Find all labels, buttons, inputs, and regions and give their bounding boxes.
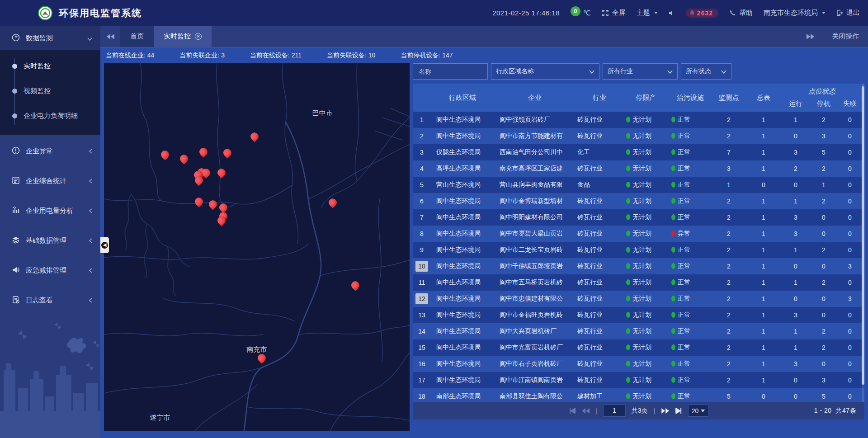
sidebar-item-video-monitoring[interactable]: 视频监控 xyxy=(0,79,100,104)
cell-company: 南充市高坪区王家店建 xyxy=(494,165,576,173)
fullscreen-button[interactable]: 全屏 xyxy=(602,9,626,17)
cell-industry: 砖瓦行业 xyxy=(576,230,623,238)
logout-button[interactable]: 退出 xyxy=(836,9,860,17)
close-icon[interactable]: ✕ xyxy=(195,33,202,40)
stat-item-0: 当前在线企业: 44 xyxy=(106,52,154,60)
last-page-button[interactable] xyxy=(675,408,682,414)
table-row[interactable]: 17阆中生态环境局阆中市江南镇阆南页岩砖瓦行业无计划正常21030 xyxy=(413,372,864,388)
prev-page-button[interactable] xyxy=(582,408,590,414)
table-row[interactable]: 4高坪生态环境局南充市高坪区王家店建砖瓦行业无计划正常31220 xyxy=(413,160,864,177)
cell-meter-count: 1 xyxy=(745,360,782,367)
table-row[interactable]: 6阆中生态环境局阆中市金博瑞新型墙材砖瓦行业无计划正常21120 xyxy=(413,193,864,209)
cell-lost-count: 0 xyxy=(838,344,862,351)
cell-lost-count: 0 xyxy=(838,198,862,205)
tab-realtime-monitoring[interactable]: 实时监控 ✕ xyxy=(154,26,212,47)
sidebar-item-label: 企业异常 xyxy=(26,147,53,155)
chevron-down-icon xyxy=(87,34,92,42)
tab-home[interactable]: 首页 xyxy=(120,26,154,47)
cell-industry: 砖瓦行业 xyxy=(576,311,623,319)
table-row[interactable]: 16阆中生态环境局阆中市石子页岩机砖厂砖瓦行业无计划正常21300 xyxy=(413,356,864,372)
cell-production-status: 无计划 xyxy=(623,246,669,254)
cell-monitor-count: 1 xyxy=(712,181,745,188)
sidebar-item-base-data[interactable]: 基础数据管理 xyxy=(0,227,100,254)
sidebar-collapse-button[interactable]: ◀ xyxy=(100,237,109,253)
table-row[interactable]: 7阆中生态环境局阆中明阳建材有限公司砖瓦行业无计划正常21300 xyxy=(413,209,864,226)
stat-item-2: 当前在线设备: 211 xyxy=(250,52,302,60)
map[interactable]: 巴中市南充市遂宁市 xyxy=(104,63,410,431)
sidebar-item-power-load-detail[interactable]: 企业电力负荷明细 xyxy=(0,104,100,128)
table-row[interactable]: 12阆中生态环境局阆中市忠信建材有限公砖瓦行业无计划正常21003 xyxy=(413,291,864,307)
sidebar-item-log-view[interactable]: 日志查看 xyxy=(0,287,100,314)
table-row[interactable]: 15阆中生态环境局阆中市光富页岩机砖厂砖瓦行业无计划正常21120 xyxy=(413,339,864,356)
cell-production-status: 无计划 xyxy=(623,262,669,270)
row-index: 16 xyxy=(413,358,431,370)
cell-company: 阆中明阳建材有限公司 xyxy=(494,213,576,221)
cell-stop-count: 0 xyxy=(810,360,838,367)
cell-meter-count: 0 xyxy=(745,181,782,188)
sidebar-item-enterprise-stats[interactable]: 企业综合统计 xyxy=(0,167,100,194)
page-size-select[interactable]: 20 xyxy=(688,405,709,417)
sidebar-item-enterprise-abnormal[interactable]: 企业异常 xyxy=(0,137,100,165)
sound-mute-button[interactable] xyxy=(669,10,675,16)
name-filter-input[interactable] xyxy=(418,67,483,75)
cell-meter-count: 1 xyxy=(745,279,782,286)
table-row[interactable]: 11阆中生态环境局阆中市五马桥页岩机砖砖瓦行业无计划正常21120 xyxy=(413,274,864,291)
col-group-point-status: 点位状态 运行 停机 失联 xyxy=(782,84,862,112)
table-row[interactable]: 1阆中生态环境局阆中强锐页岩砖厂砖瓦行业无计划正常21120 xyxy=(413,112,864,128)
cell-region: 南部生态环境局 xyxy=(431,392,494,400)
sidebar-item-data-monitoring[interactable]: 数据监测 xyxy=(0,26,100,50)
cell-lost-count: 0 xyxy=(838,328,862,335)
status-dot-icon xyxy=(671,117,675,122)
cell-company: 南部县双佳土陶有限公 xyxy=(494,392,576,400)
table-row[interactable]: 9阆中生态环境局阆中市二龙长宝页岩砖砖瓦行业无计划正常21120 xyxy=(413,242,864,258)
cell-region: 阆中生态环境局 xyxy=(431,360,494,368)
row-index-badge: 14 xyxy=(416,325,428,337)
first-page-button[interactable] xyxy=(569,408,576,414)
cell-production-status: 无计划 xyxy=(623,116,669,124)
next-page-button[interactable] xyxy=(661,408,669,414)
cell-run-count: 1 xyxy=(782,344,810,351)
table-row[interactable]: 3仪陇生态环境局西南油气田分公司川中化工无计划正常71350 xyxy=(413,144,864,160)
table-row[interactable]: 8阆中生态环境局阆中市枣碧大梁山页岩砖瓦行业无计划异常21300 xyxy=(413,226,864,242)
org-dropdown[interactable]: 南充市生态环境局 xyxy=(764,9,826,17)
table-row[interactable]: 5营山生态环境局营山县润丰肉食品有限食品无计划正常10010 xyxy=(413,177,864,193)
table-row[interactable]: 18南部生态环境局南部县双佳土陶有限公建材加工无计划正常50050 xyxy=(413,388,864,402)
cell-lost-count: 0 xyxy=(838,311,862,319)
status-dot-icon xyxy=(626,393,630,399)
region-filter-select[interactable]: 行政区域名称 xyxy=(491,63,599,80)
cell-production-status: 无计划 xyxy=(623,344,669,352)
table-row[interactable]: 2阆中生态环境局阆中市南方节能建材有砖瓦行业无计划正常21030 xyxy=(413,128,864,144)
table-row[interactable]: 14阆中生态环境局阆中大兴页岩机砖厂砖瓦行业无计划正常21120 xyxy=(413,323,864,339)
close-operations-button[interactable]: 关闭操作 xyxy=(832,32,859,41)
cell-monitor-count: 2 xyxy=(712,263,745,270)
cell-facility-status: 正常 xyxy=(669,376,712,384)
cell-stop-count: 2 xyxy=(810,344,838,351)
row-index: 15 xyxy=(413,342,431,353)
industry-filter-select[interactable]: 所有行业 xyxy=(603,63,678,80)
status-dot-icon xyxy=(626,377,630,383)
help-button[interactable]: 帮助 xyxy=(729,9,753,17)
sidebar-item-realtime-monitoring[interactable]: 实时监控 xyxy=(0,54,100,79)
scrollbar-thumb[interactable] xyxy=(862,86,864,385)
tabs-scroll-right-button[interactable] xyxy=(800,34,820,39)
table-row[interactable]: 13阆中生态环境局阆中市金福旺页岩机砖砖瓦行业无计划正常21300 xyxy=(413,307,864,323)
temperature-badge: 0 xyxy=(571,6,580,16)
status-dot-icon xyxy=(671,296,675,301)
cell-monitor-count: 2 xyxy=(712,344,745,351)
table-row[interactable]: 10阆中生态环境局阆中千佛镇五郎垭页岩砖瓦行业无计划正常21003 xyxy=(413,258,864,274)
cell-lost-count: 0 xyxy=(838,360,862,367)
tabs-scroll-left-button[interactable] xyxy=(100,26,120,47)
sidebar-item-emergency-reduction[interactable]: 应急减排管理 xyxy=(0,257,100,284)
status-dot-icon xyxy=(671,214,675,220)
cell-facility-status: 正常 xyxy=(669,392,712,400)
cell-stop-count: 2 xyxy=(810,279,838,286)
table-scrollbar[interactable] xyxy=(862,84,864,402)
bullet-dot-icon xyxy=(12,113,17,118)
chevron-down-icon xyxy=(667,68,673,75)
status-filter-select[interactable]: 所有状态 xyxy=(681,63,731,80)
theme-dropdown[interactable]: 主题 xyxy=(637,9,658,17)
cell-meter-count: 1 xyxy=(745,377,782,384)
sidebar-item-electricity-analysis[interactable]: 企业用电量分析 xyxy=(0,197,100,224)
page-number-input[interactable]: 1 xyxy=(603,405,626,417)
notification-badge[interactable]: 2632 xyxy=(686,9,718,18)
